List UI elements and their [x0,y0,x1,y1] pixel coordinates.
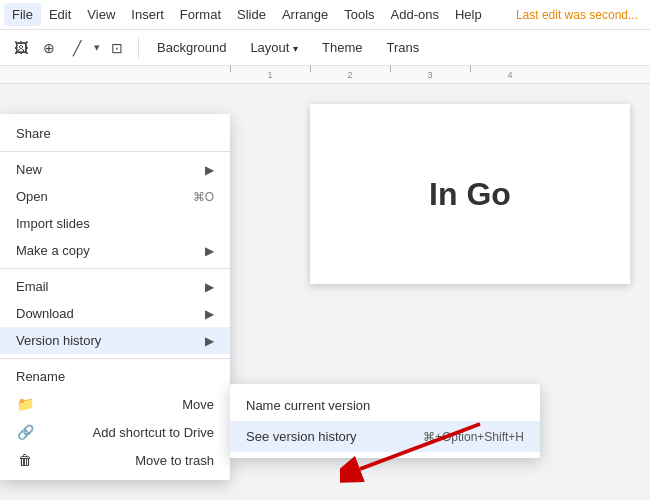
menu-item-make-copy[interactable]: Make a copy ▶ [0,237,230,264]
submenu-item-name-version[interactable]: Name current version [230,390,540,421]
menu-arrange[interactable]: Arrange [274,3,336,26]
open-shortcut: ⌘O [193,190,214,204]
menu-item-new[interactable]: New ▶ [0,156,230,183]
menu-tools[interactable]: Tools [336,3,382,26]
text-box-icon[interactable]: ⊡ [104,35,130,61]
menu-item-download[interactable]: Download ▶ [0,300,230,327]
make-copy-label: Make a copy [16,243,90,258]
move-label: Move [182,397,214,412]
menu-view[interactable]: View [79,3,123,26]
toolbar-divider-1 [138,38,139,58]
menu-file[interactable]: File [4,3,41,26]
download-label: Download [16,306,74,321]
add-shortcut-label: Add shortcut to Drive [93,425,214,440]
menu-bar: File Edit View Insert Format Slide Arran… [0,0,650,30]
menu-item-rename[interactable]: Rename [0,363,230,390]
name-current-version-label: Name current version [246,398,370,413]
last-edit-status: Last edit was second... [516,8,646,22]
menu-format[interactable]: Format [172,3,229,26]
move-icon: 📁 [16,396,34,412]
menu-item-version-history[interactable]: Version history ▶ [0,327,230,354]
background-button[interactable]: Background [147,36,236,59]
rename-label: Rename [16,369,65,384]
dropdown-divider-2 [0,268,230,269]
share-label: Share [16,126,51,141]
version-history-submenu: Name current version See version history… [230,384,540,458]
move-trash-label: Move to trash [135,453,214,468]
import-slides-label: Import slides [16,216,90,231]
toolbar-icons-left: 🖼 ⊕ ╱ ▾ ⊡ [8,35,130,61]
email-label: Email [16,279,49,294]
ruler-mark-1: 1 [230,70,310,80]
submenu-item-see-history[interactable]: See version history ⌘+Option+Shift+H [230,421,540,452]
menu-addons[interactable]: Add-ons [383,3,447,26]
menu-item-import-slides[interactable]: Import slides [0,210,230,237]
menu-item-add-shortcut[interactable]: 🔗 Add shortcut to Drive [0,418,230,446]
menu-item-email[interactable]: Email ▶ [0,273,230,300]
file-dropdown-menu: Share New ▶ Open ⌘O Import slides Make a… [0,114,230,480]
menu-item-open[interactable]: Open ⌘O [0,183,230,210]
menu-help[interactable]: Help [447,3,490,26]
line-icon[interactable]: ╱ [64,35,90,61]
version-history-arrow-icon: ▶ [205,334,214,348]
transitions-button[interactable]: Trans [377,36,430,59]
toolbar: 🖼 ⊕ ╱ ▾ ⊡ Background Layout ▾ Theme Tran… [0,30,650,66]
layout-button[interactable]: Layout ▾ [240,36,308,59]
menu-edit[interactable]: Edit [41,3,79,26]
menu-item-share[interactable]: Share [0,120,230,147]
new-label: New [16,162,42,177]
menu-item-move-trash[interactable]: 🗑 Move to trash [0,446,230,474]
image-icon[interactable]: 🖼 [8,35,34,61]
ruler-mark-4: 4 [470,70,550,80]
version-history-label: Version history [16,333,101,348]
theme-button[interactable]: Theme [312,36,372,59]
ruler: 1 2 3 4 [0,66,650,84]
ruler-mark-2: 2 [310,70,390,80]
menu-slide[interactable]: Slide [229,3,274,26]
see-history-shortcut: ⌘+Option+Shift+H [423,430,524,444]
open-label: Open [16,189,48,204]
ruler-mark-3: 3 [390,70,470,80]
trash-icon: 🗑 [16,452,34,468]
slide-text: In Go [429,176,511,213]
main-area: In Go Share New ▶ Open ⌘O Import slides … [0,84,650,500]
new-arrow-icon: ▶ [205,163,214,177]
see-version-history-label: See version history [246,429,357,444]
menu-insert[interactable]: Insert [123,3,172,26]
dropdown-divider-3 [0,358,230,359]
download-arrow-icon: ▶ [205,307,214,321]
menu-item-move[interactable]: 📁 Move [0,390,230,418]
add-shortcut-icon: 🔗 [16,424,34,440]
make-copy-arrow-icon: ▶ [205,244,214,258]
slide-canvas: In Go [310,104,630,284]
email-arrow-icon: ▶ [205,280,214,294]
ruler-marks: 1 2 3 4 [230,70,550,80]
crop-icon[interactable]: ⊕ [36,35,62,61]
dropdown-divider-1 [0,151,230,152]
